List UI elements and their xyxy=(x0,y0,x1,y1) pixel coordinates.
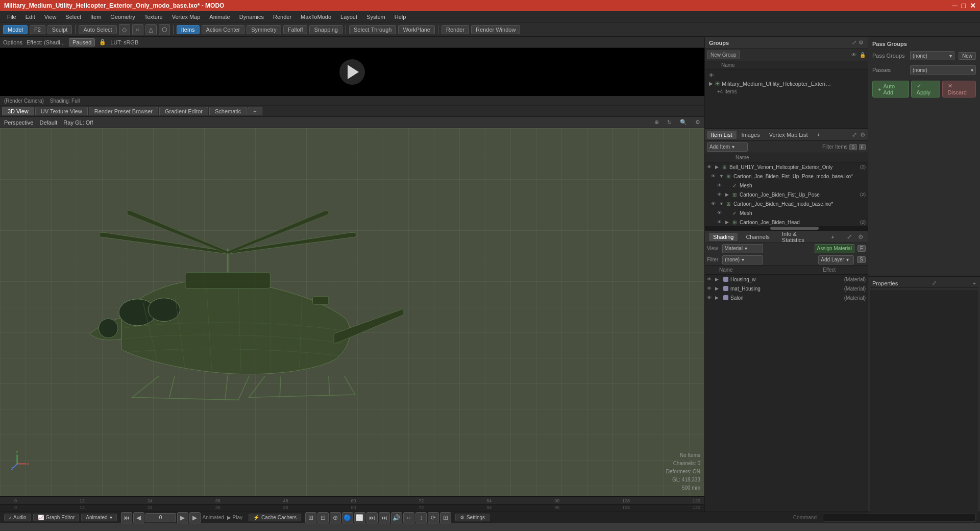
maximize-btn[interactable]: □ xyxy=(962,2,966,10)
pb-icon-1[interactable]: ⊞ xyxy=(305,512,316,523)
render-btn[interactable]: Render xyxy=(442,25,469,34)
workplane-btn[interactable]: WorkPlane xyxy=(398,25,435,34)
perspective-label[interactable]: Perspective xyxy=(4,119,33,126)
new-pass-btn[interactable]: New xyxy=(959,52,976,60)
settings-shading-icon[interactable]: ⚙ xyxy=(858,233,864,240)
f-shortcut-items[interactable]: F xyxy=(859,144,866,150)
audio-btn[interactable]: ♪ Audio xyxy=(4,514,31,521)
tab-uv[interactable]: UV Texture View xyxy=(35,107,88,115)
default-label[interactable]: Default xyxy=(39,119,57,126)
pb-icon-2[interactable]: ⊟ xyxy=(317,512,329,523)
tab-add-list[interactable]: + xyxy=(813,131,824,139)
graph-editor-btn[interactable]: 📈 Graph Editor xyxy=(33,514,80,521)
item-list-scrollbar[interactable] xyxy=(705,226,868,230)
s-shortcut-shading[interactable]: S xyxy=(857,256,866,263)
item-list-content[interactable]: 👁 ▶ ⊞ Bell_UH1Y_Venom_Helicopter_Exterio… xyxy=(705,162,868,226)
tab-gradient[interactable]: Gradient Editor xyxy=(159,107,208,115)
view-dropdown[interactable]: Material ▾ xyxy=(722,244,763,253)
tab-vertex-map[interactable]: Vertex Map List xyxy=(765,131,812,139)
vp-icon-home[interactable]: ⊕ xyxy=(654,119,659,126)
menu-vertexmap[interactable]: Vertex Map xyxy=(168,13,205,21)
raygl-label[interactable]: Ray GL: Off xyxy=(63,119,93,126)
action-center-btn[interactable]: Action Center xyxy=(202,25,245,34)
falloff-btn[interactable]: Falloff xyxy=(283,25,308,34)
select-through-btn[interactable]: Select Through xyxy=(349,25,396,34)
snapping-btn[interactable]: Snapping xyxy=(309,25,342,34)
tab-render-preset[interactable]: Render Preset Browser xyxy=(89,107,158,115)
prev-start-btn[interactable]: ⏮ xyxy=(121,512,132,523)
symmetry-btn[interactable]: Symmetry xyxy=(247,25,281,34)
list-item[interactable]: 👁 ▶ ⊞ Bell_UH1Y_Venom_Helicopter_Exterio… xyxy=(705,162,868,172)
minimize-btn[interactable]: ─ xyxy=(952,2,958,10)
pb-icon-4[interactable]: 🔵 xyxy=(342,512,353,523)
shape-icon-3[interactable]: △ xyxy=(145,24,157,35)
cache-cachers-btn[interactable]: ⚡ Cache Cachers xyxy=(249,514,301,521)
preview-content[interactable] xyxy=(0,48,704,96)
play-pause-btn[interactable]: ▶ xyxy=(177,512,188,523)
add-item-dropdown[interactable]: Add Item ▾ xyxy=(707,142,748,152)
shading-row[interactable]: 👁 ▶ Salon (Material) xyxy=(705,293,868,302)
properties-add-icon[interactable]: + xyxy=(973,280,976,286)
settings-items-icon[interactable]: ⚙ xyxy=(860,131,866,138)
list-item[interactable]: 👁 ✓ Mesh xyxy=(705,208,868,218)
pass-groups-dropdown[interactable]: (none) ▾ xyxy=(910,51,954,60)
passes-dropdown[interactable]: (none) ▾ xyxy=(910,65,976,75)
shape-icon-1[interactable]: ◇ xyxy=(119,24,130,35)
prev-frame-btn[interactable]: ◀ xyxy=(133,512,144,523)
add-layer-btn[interactable]: Add Layer ▾ xyxy=(818,255,854,264)
next-frame-btn[interactable]: ▶ xyxy=(189,512,201,523)
shading-row[interactable]: 👁 ▶ mat_Housing (Material) xyxy=(705,284,868,293)
tab-info-stats[interactable]: Info & Statistics xyxy=(778,230,823,244)
tab-add[interactable]: + xyxy=(248,107,262,115)
group-eye-icon[interactable]: 👁 xyxy=(709,73,714,78)
menu-edit[interactable]: Edit xyxy=(21,13,39,21)
tab-add-shading[interactable]: + xyxy=(827,233,839,241)
list-item[interactable]: 👁 ▼ ⊞ Cartoon_Joe_Biden_Fist_Up_Pose_mod… xyxy=(705,172,868,181)
menu-dynamics[interactable]: Dynamics xyxy=(235,13,268,21)
f2-btn[interactable]: F2 xyxy=(30,25,45,34)
expand-items-icon[interactable]: ⤢ xyxy=(852,131,857,138)
vp-icon-search[interactable]: 🔍 xyxy=(680,119,687,126)
expand-groups-icon[interactable]: ⤢ xyxy=(852,39,856,46)
pb-icon-8[interactable]: 🔊 xyxy=(391,512,402,523)
pb-icon-5[interactable]: ⬜ xyxy=(354,512,365,523)
menu-maxtomodo[interactable]: MaxToModo xyxy=(297,13,335,21)
assign-material-btn[interactable]: Assign Material xyxy=(815,244,854,253)
preview-options[interactable]: Options xyxy=(3,39,22,45)
menu-render[interactable]: Render xyxy=(269,13,296,21)
apply-button[interactable]: ✓ Apply xyxy=(911,81,940,98)
shape-icon-4[interactable]: ⬡ xyxy=(159,24,170,35)
tab-item-list[interactable]: Item List xyxy=(707,131,737,139)
close-btn[interactable]: ✕ xyxy=(970,2,976,10)
menu-geometry[interactable]: Geometry xyxy=(106,13,139,21)
menu-select[interactable]: Select xyxy=(61,13,85,21)
list-item[interactable]: 👁 ▼ ⊞ Cartoon_Joe_Biden_Head_modo_base.l… xyxy=(705,199,868,208)
tab-images[interactable]: Images xyxy=(738,131,764,139)
pb-icon-11[interactable]: ⟳ xyxy=(428,512,439,523)
properties-expand-icon[interactable]: ⤢ xyxy=(932,280,937,286)
menu-help[interactable]: Help xyxy=(390,13,410,21)
play-button[interactable] xyxy=(339,59,365,85)
frame-counter[interactable]: 0 xyxy=(145,513,176,522)
list-item[interactable]: 👁 ✓ Mesh xyxy=(705,181,868,190)
viewport-canvas[interactable]: X Y Z No Items Channels: 0 Deformers: ON… xyxy=(0,128,704,496)
pb-icon-12[interactable]: ⊞ xyxy=(440,512,451,523)
vp-icon-refresh[interactable]: ↻ xyxy=(667,119,672,126)
settings-groups-icon[interactable]: ⚙ xyxy=(859,39,864,46)
tab-schematic[interactable]: Schematic xyxy=(209,107,247,115)
menu-animate[interactable]: Animate xyxy=(205,13,234,21)
tab-shading[interactable]: Shading xyxy=(709,233,738,241)
pb-icon-3[interactable]: ⊕ xyxy=(330,512,341,523)
menu-view[interactable]: View xyxy=(40,13,61,21)
shading-row[interactable]: 👁 ▶ Housing_w (Material) xyxy=(705,275,868,284)
titlebar-controls[interactable]: ─ □ ✕ xyxy=(952,2,976,10)
shading-content[interactable]: 👁 ▶ Housing_w (Material) 👁 ▶ mat_Housing… xyxy=(705,275,868,512)
shape-icon-2[interactable]: ○ xyxy=(132,24,143,35)
menu-file[interactable]: File xyxy=(3,13,20,21)
pb-icon-6[interactable]: ⏭ xyxy=(366,512,378,523)
group-item-helicopter[interactable]: ▶ ⊞ Military_Medium_Utility_Helicopter_E… xyxy=(707,79,866,88)
f-shortcut-shading[interactable]: F xyxy=(857,245,866,252)
expand-shading-icon[interactable]: ⤢ xyxy=(847,233,852,240)
menu-layout[interactable]: Layout xyxy=(336,13,361,21)
render-window-btn[interactable]: Render Window xyxy=(471,25,520,34)
